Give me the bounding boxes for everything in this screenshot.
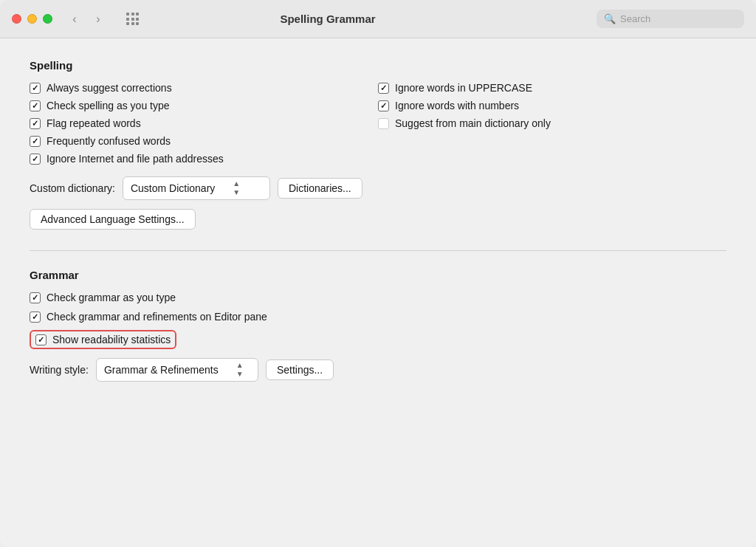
writing-style-value: Grammar & Refinements <box>104 364 219 376</box>
minimize-button[interactable] <box>27 14 37 24</box>
search-input[interactable] <box>620 13 737 24</box>
checkbox-ignore-internet[interactable] <box>30 154 41 165</box>
checkbox-row-check-grammar-type[interactable]: Check grammar as you type <box>30 292 726 303</box>
checkbox-main-dict[interactable] <box>378 118 389 129</box>
spelling-right-col: Ignore words in UPPERCASE Ignore words w… <box>378 82 726 165</box>
checkbox-check-spelling[interactable] <box>30 100 41 111</box>
label-main-dict: Suggest from main dictionary only <box>395 117 551 129</box>
checkbox-row-main-dict[interactable]: Suggest from main dictionary only <box>378 117 726 129</box>
checkbox-check-grammar-editor[interactable] <box>30 312 41 323</box>
spelling-title: Spelling <box>30 59 726 72</box>
writing-style-chevron-icon: ▲ ▼ <box>236 362 244 378</box>
label-ignore-numbers: Ignore words with numbers <box>395 100 519 111</box>
label-show-readability: Show readability statistics <box>52 334 171 345</box>
traffic-lights <box>12 14 52 24</box>
search-bar[interactable]: 🔍 <box>597 10 744 28</box>
close-button[interactable] <box>12 14 21 24</box>
label-flag-repeated: Flag repeated words <box>47 117 141 129</box>
writing-style-row: Writing style: Grammar & Refinements ▲ ▼… <box>30 358 726 382</box>
content-area: Spelling Always suggest corrections Chec… <box>0 38 756 547</box>
checkbox-ignore-numbers[interactable] <box>378 100 389 111</box>
label-check-grammar-type: Check grammar as you type <box>47 292 176 303</box>
checkbox-row-show-readability[interactable]: Show readability statistics <box>30 330 176 349</box>
checkbox-row-show-readability-wrapper: Show readability statistics <box>30 330 726 349</box>
window-title: Spelling Grammar <box>59 13 597 25</box>
spelling-left-col: Always suggest corrections Check spellin… <box>30 82 378 165</box>
advanced-btn-row: Advanced Language Settings... <box>30 209 726 230</box>
label-always-suggest: Always suggest corrections <box>47 82 172 94</box>
advanced-language-button[interactable]: Advanced Language Settings... <box>30 209 196 230</box>
checkbox-check-grammar-type[interactable] <box>30 292 41 303</box>
custom-dict-value: Custom Dictionary <box>131 182 215 194</box>
label-ignore-internet: Ignore Internet and file path addresses <box>47 153 224 165</box>
writing-style-label: Writing style: <box>30 364 89 376</box>
checkbox-confused-words[interactable] <box>30 136 41 147</box>
custom-dict-row: Custom dictionary: Custom Dictionary ▲ ▼… <box>30 176 726 200</box>
checkbox-row-flag-repeated[interactable]: Flag repeated words <box>30 117 378 129</box>
label-check-grammar-editor: Check grammar and refinements on Editor … <box>47 311 267 323</box>
spelling-options-grid: Always suggest corrections Check spellin… <box>30 82 726 165</box>
label-check-spelling: Check spelling as you type <box>47 100 170 111</box>
checkbox-ignore-uppercase[interactable] <box>378 83 389 94</box>
spelling-section: Spelling Always suggest corrections Chec… <box>30 59 726 230</box>
label-confused-words: Frequently confused words <box>47 135 171 147</box>
section-divider <box>30 250 726 251</box>
checkbox-flag-repeated[interactable] <box>30 118 41 129</box>
grammar-title: Grammar <box>30 269 726 281</box>
main-window: ‹ › Spelling Grammar 🔍 Spelling <box>0 0 756 547</box>
checkbox-row-ignore-internet[interactable]: Ignore Internet and file path addresses <box>30 153 378 165</box>
checkbox-row-check-grammar-editor[interactable]: Check grammar and refinements on Editor … <box>30 311 726 323</box>
checkbox-row-ignore-uppercase[interactable]: Ignore words in UPPERCASE <box>378 82 726 94</box>
label-ignore-uppercase: Ignore words in UPPERCASE <box>395 82 532 94</box>
titlebar: ‹ › Spelling Grammar 🔍 <box>0 0 756 38</box>
search-icon: 🔍 <box>604 13 616 24</box>
checkbox-row-always-suggest[interactable]: Always suggest corrections <box>30 82 378 94</box>
checkbox-row-confused-words[interactable]: Frequently confused words <box>30 135 378 147</box>
chevron-updown-icon: ▲ ▼ <box>233 180 240 196</box>
maximize-button[interactable] <box>43 14 52 24</box>
settings-button[interactable]: Settings... <box>266 359 334 380</box>
writing-style-select[interactable]: Grammar & Refinements ▲ ▼ <box>96 358 258 382</box>
custom-dict-label: Custom dictionary: <box>30 182 115 194</box>
grammar-options-col: Check grammar as you type Check grammar … <box>30 292 726 349</box>
custom-dict-select[interactable]: Custom Dictionary ▲ ▼ <box>123 176 270 200</box>
dictionaries-button[interactable]: Dictionaries... <box>278 178 362 199</box>
checkbox-row-ignore-numbers[interactable]: Ignore words with numbers <box>378 100 726 111</box>
checkbox-always-suggest[interactable] <box>30 83 41 94</box>
grammar-section: Grammar Check grammar as you type Check … <box>30 269 726 382</box>
checkbox-show-readability[interactable] <box>35 334 47 345</box>
checkbox-row-check-spelling[interactable]: Check spelling as you type <box>30 100 378 111</box>
